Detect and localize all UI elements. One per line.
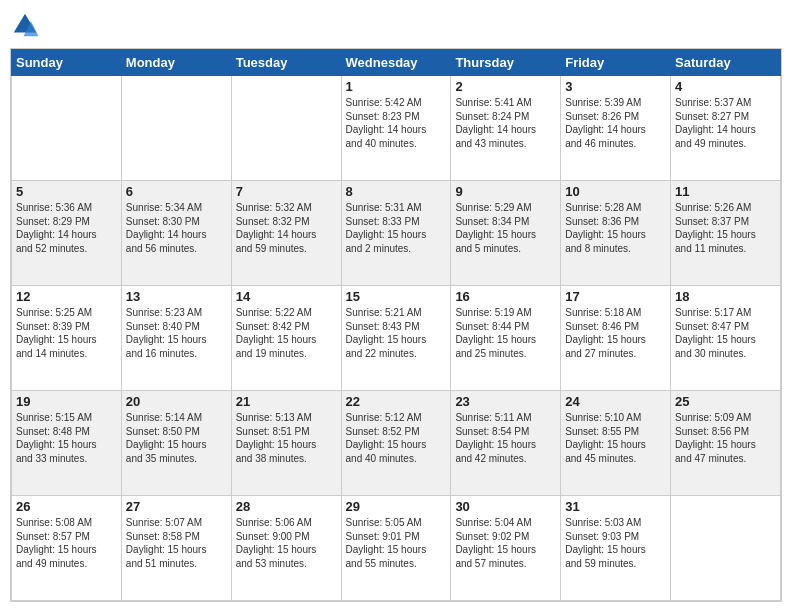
calendar-cell [231,76,341,181]
calendar-cell: 21Sunrise: 5:13 AM Sunset: 8:51 PM Dayli… [231,391,341,496]
calendar-cell: 27Sunrise: 5:07 AM Sunset: 8:58 PM Dayli… [121,496,231,601]
day-info: Sunrise: 5:17 AM Sunset: 8:47 PM Dayligh… [675,306,776,360]
calendar-cell: 24Sunrise: 5:10 AM Sunset: 8:55 PM Dayli… [561,391,671,496]
day-info: Sunrise: 5:07 AM Sunset: 8:58 PM Dayligh… [126,516,227,570]
calendar-cell: 14Sunrise: 5:22 AM Sunset: 8:42 PM Dayli… [231,286,341,391]
day-info: Sunrise: 5:11 AM Sunset: 8:54 PM Dayligh… [455,411,556,465]
day-info: Sunrise: 5:36 AM Sunset: 8:29 PM Dayligh… [16,201,117,255]
day-info: Sunrise: 5:05 AM Sunset: 9:01 PM Dayligh… [346,516,447,570]
day-number: 9 [455,184,556,199]
calendar-cell: 15Sunrise: 5:21 AM Sunset: 8:43 PM Dayli… [341,286,451,391]
day-info: Sunrise: 5:06 AM Sunset: 9:00 PM Dayligh… [236,516,337,570]
calendar-cell [671,496,781,601]
day-number: 30 [455,499,556,514]
day-number: 12 [16,289,117,304]
calendar-week-3: 19Sunrise: 5:15 AM Sunset: 8:48 PM Dayli… [12,391,781,496]
day-number: 4 [675,79,776,94]
calendar-cell: 11Sunrise: 5:26 AM Sunset: 8:37 PM Dayli… [671,181,781,286]
calendar-week-2: 12Sunrise: 5:25 AM Sunset: 8:39 PM Dayli… [12,286,781,391]
calendar-cell: 26Sunrise: 5:08 AM Sunset: 8:57 PM Dayli… [12,496,122,601]
calendar-cell: 17Sunrise: 5:18 AM Sunset: 8:46 PM Dayli… [561,286,671,391]
calendar-cell: 4Sunrise: 5:37 AM Sunset: 8:27 PM Daylig… [671,76,781,181]
page: SundayMondayTuesdayWednesdayThursdayFrid… [0,0,792,612]
calendar-cell: 31Sunrise: 5:03 AM Sunset: 9:03 PM Dayli… [561,496,671,601]
day-number: 6 [126,184,227,199]
calendar-cell: 5Sunrise: 5:36 AM Sunset: 8:29 PM Daylig… [12,181,122,286]
day-number: 15 [346,289,447,304]
day-info: Sunrise: 5:42 AM Sunset: 8:23 PM Dayligh… [346,96,447,150]
day-info: Sunrise: 5:14 AM Sunset: 8:50 PM Dayligh… [126,411,227,465]
day-header-saturday: Saturday [671,50,781,76]
calendar-cell: 8Sunrise: 5:31 AM Sunset: 8:33 PM Daylig… [341,181,451,286]
day-number: 31 [565,499,666,514]
calendar-cell: 12Sunrise: 5:25 AM Sunset: 8:39 PM Dayli… [12,286,122,391]
day-number: 10 [565,184,666,199]
calendar-cell: 23Sunrise: 5:11 AM Sunset: 8:54 PM Dayli… [451,391,561,496]
day-number: 13 [126,289,227,304]
day-info: Sunrise: 5:19 AM Sunset: 8:44 PM Dayligh… [455,306,556,360]
day-info: Sunrise: 5:03 AM Sunset: 9:03 PM Dayligh… [565,516,666,570]
day-info: Sunrise: 5:09 AM Sunset: 8:56 PM Dayligh… [675,411,776,465]
day-number: 11 [675,184,776,199]
calendar-cell: 25Sunrise: 5:09 AM Sunset: 8:56 PM Dayli… [671,391,781,496]
calendar-week-4: 26Sunrise: 5:08 AM Sunset: 8:57 PM Dayli… [12,496,781,601]
calendar-cell: 9Sunrise: 5:29 AM Sunset: 8:34 PM Daylig… [451,181,561,286]
day-info: Sunrise: 5:25 AM Sunset: 8:39 PM Dayligh… [16,306,117,360]
day-info: Sunrise: 5:15 AM Sunset: 8:48 PM Dayligh… [16,411,117,465]
day-info: Sunrise: 5:32 AM Sunset: 8:32 PM Dayligh… [236,201,337,255]
day-info: Sunrise: 5:23 AM Sunset: 8:40 PM Dayligh… [126,306,227,360]
day-number: 16 [455,289,556,304]
calendar-cell: 28Sunrise: 5:06 AM Sunset: 9:00 PM Dayli… [231,496,341,601]
calendar-week-1: 5Sunrise: 5:36 AM Sunset: 8:29 PM Daylig… [12,181,781,286]
day-number: 26 [16,499,117,514]
day-info: Sunrise: 5:04 AM Sunset: 9:02 PM Dayligh… [455,516,556,570]
day-info: Sunrise: 5:29 AM Sunset: 8:34 PM Dayligh… [455,201,556,255]
day-number: 14 [236,289,337,304]
day-info: Sunrise: 5:21 AM Sunset: 8:43 PM Dayligh… [346,306,447,360]
day-info: Sunrise: 5:28 AM Sunset: 8:36 PM Dayligh… [565,201,666,255]
calendar: SundayMondayTuesdayWednesdayThursdayFrid… [10,48,782,602]
day-number: 2 [455,79,556,94]
day-info: Sunrise: 5:31 AM Sunset: 8:33 PM Dayligh… [346,201,447,255]
day-number: 25 [675,394,776,409]
day-info: Sunrise: 5:26 AM Sunset: 8:37 PM Dayligh… [675,201,776,255]
day-info: Sunrise: 5:34 AM Sunset: 8:30 PM Dayligh… [126,201,227,255]
day-header-thursday: Thursday [451,50,561,76]
logo-icon [10,10,40,40]
calendar-cell: 7Sunrise: 5:32 AM Sunset: 8:32 PM Daylig… [231,181,341,286]
day-number: 23 [455,394,556,409]
calendar-cell [12,76,122,181]
calendar-cell: 2Sunrise: 5:41 AM Sunset: 8:24 PM Daylig… [451,76,561,181]
day-number: 7 [236,184,337,199]
day-number: 5 [16,184,117,199]
calendar-cell: 13Sunrise: 5:23 AM Sunset: 8:40 PM Dayli… [121,286,231,391]
day-number: 29 [346,499,447,514]
day-info: Sunrise: 5:39 AM Sunset: 8:26 PM Dayligh… [565,96,666,150]
calendar-cell: 30Sunrise: 5:04 AM Sunset: 9:02 PM Dayli… [451,496,561,601]
calendar-cell: 10Sunrise: 5:28 AM Sunset: 8:36 PM Dayli… [561,181,671,286]
day-info: Sunrise: 5:37 AM Sunset: 8:27 PM Dayligh… [675,96,776,150]
day-info: Sunrise: 5:08 AM Sunset: 8:57 PM Dayligh… [16,516,117,570]
calendar-cell: 18Sunrise: 5:17 AM Sunset: 8:47 PM Dayli… [671,286,781,391]
day-info: Sunrise: 5:13 AM Sunset: 8:51 PM Dayligh… [236,411,337,465]
day-number: 1 [346,79,447,94]
calendar-cell: 6Sunrise: 5:34 AM Sunset: 8:30 PM Daylig… [121,181,231,286]
logo [10,10,44,40]
day-number: 24 [565,394,666,409]
day-info: Sunrise: 5:10 AM Sunset: 8:55 PM Dayligh… [565,411,666,465]
day-number: 20 [126,394,227,409]
day-number: 3 [565,79,666,94]
calendar-cell [121,76,231,181]
calendar-cell: 16Sunrise: 5:19 AM Sunset: 8:44 PM Dayli… [451,286,561,391]
day-header-monday: Monday [121,50,231,76]
day-info: Sunrise: 5:41 AM Sunset: 8:24 PM Dayligh… [455,96,556,150]
day-info: Sunrise: 5:22 AM Sunset: 8:42 PM Dayligh… [236,306,337,360]
calendar-cell: 29Sunrise: 5:05 AM Sunset: 9:01 PM Dayli… [341,496,451,601]
day-number: 22 [346,394,447,409]
day-number: 19 [16,394,117,409]
calendar-cell: 20Sunrise: 5:14 AM Sunset: 8:50 PM Dayli… [121,391,231,496]
day-info: Sunrise: 5:18 AM Sunset: 8:46 PM Dayligh… [565,306,666,360]
day-number: 27 [126,499,227,514]
day-number: 21 [236,394,337,409]
day-header-friday: Friday [561,50,671,76]
